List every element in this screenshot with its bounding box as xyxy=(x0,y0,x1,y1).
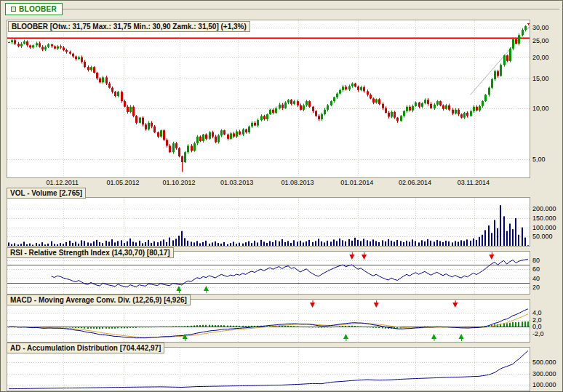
price-axis-label: 5,00 xyxy=(532,156,546,163)
macd-axis-label: 4,0 xyxy=(532,309,542,316)
ad-axis-label: 300.000 xyxy=(532,370,556,377)
price-axis-label: 25,00 xyxy=(532,37,549,44)
instrument-icon xyxy=(11,7,16,12)
ad-axis-label: 500.000 xyxy=(532,359,556,366)
date-axis-label: 01.01.2014 xyxy=(340,179,373,186)
date-axis-label: 02.06.2014 xyxy=(399,179,431,186)
macd-chart-canvas[interactable] xyxy=(7,299,530,343)
price-axis-label: 15,00 xyxy=(532,75,549,82)
macd-axis-label: -2,0 xyxy=(532,330,544,337)
date-axis-label: 01.08.2013 xyxy=(281,179,314,186)
volume-indicator-label[interactable]: VOL - Volume [2.765] xyxy=(7,188,86,199)
volume-axis-label: 200.000 xyxy=(532,205,556,212)
price-axis-label: 30,00 xyxy=(532,24,549,31)
price-chart-canvas[interactable] xyxy=(7,20,530,178)
date-axis-label: 01.05.2012 xyxy=(107,179,140,186)
rsi-axis-label: 20 xyxy=(532,284,540,291)
date-axis-label: 01.12.2011 xyxy=(47,179,79,186)
ad-axis-label: 100.000 xyxy=(532,381,556,388)
date-axis-label: 03.11.2014 xyxy=(458,179,490,186)
volume-axis-label: 150.000 xyxy=(532,215,556,222)
volume-axis-label: 100.000 xyxy=(532,224,556,231)
price-info-label[interactable]: BLOOBER [Otw.: 31,75 Max.: 31,75 Min.: 3… xyxy=(8,21,250,32)
instrument-tab[interactable]: BLOOBER xyxy=(5,3,63,15)
rsi-indicator-label[interactable]: RSI - Relative Strength Index (14,30,70)… xyxy=(7,247,174,258)
volume-axis-label: 50.000 xyxy=(532,233,553,240)
macd-axis-label: 0,0 xyxy=(532,323,542,330)
instrument-tab-label: BLOOBER xyxy=(19,5,57,13)
date-axis-label: 01.03.2013 xyxy=(220,179,253,186)
rsi-axis-label: 60 xyxy=(532,265,540,273)
volume-chart-canvas[interactable] xyxy=(7,197,530,247)
header-divider xyxy=(59,9,559,9)
price-axis-label: 10,00 xyxy=(532,105,549,112)
ad-chart-canvas[interactable] xyxy=(7,347,530,391)
rsi-axis-label: 80 xyxy=(532,257,540,264)
date-axis-label: 01.10.2012 xyxy=(162,179,195,186)
ad-indicator-label[interactable]: AD - Accumulation Distribution [704.442,… xyxy=(7,343,164,353)
price-axis-label: 20,00 xyxy=(532,54,549,61)
rsi-axis-label: 40 xyxy=(532,275,540,282)
macd-indicator-label[interactable]: MACD - Moving Average Conv. Div. (12,26,… xyxy=(7,295,191,305)
macd-axis-label: 2,0 xyxy=(532,316,542,324)
chart-application: BLOOBER BLOOBER [Otw.: 31,75 Max.: 31,75… xyxy=(0,0,563,392)
